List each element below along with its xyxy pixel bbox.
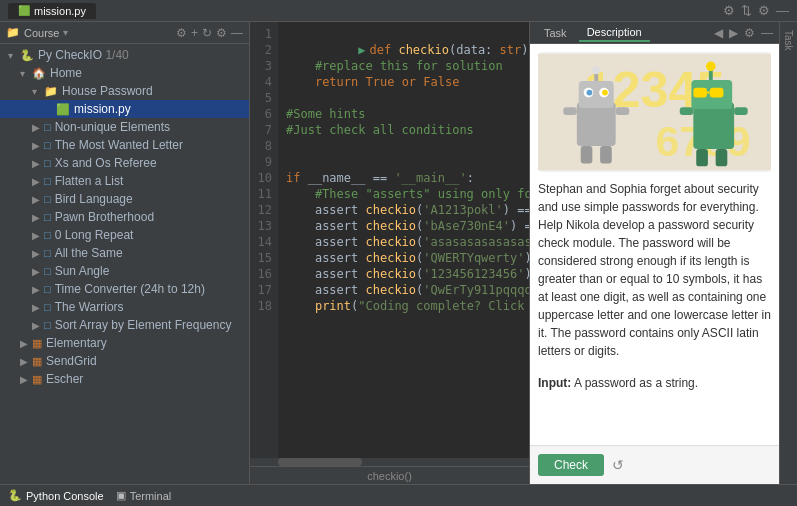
scrollbar-thumb[interactable] [278,458,362,466]
editor-footer: checkio() [250,466,529,484]
back-icon[interactable]: ◀ [714,26,723,40]
code-line-17: assert checkio('QwErTy911pqqqq') == T [286,282,521,298]
gear-icon[interactable]: ⚙ [758,3,770,18]
code-line-16: assert checkio('123456123456') == Fals [286,266,521,282]
tree-long-repeat[interactable]: ▶ □ 0 Long Repeat [0,226,249,244]
tree-xs-os[interactable]: ▶ □ Xs and Os Referee [0,154,249,172]
python-icon: 🐍 [8,489,22,502]
add-icon[interactable]: + [191,26,198,40]
mission-py-label: mission.py [74,102,131,116]
tree-sendgrid[interactable]: ▶ ▦ SendGrid [0,352,249,370]
project-header: 📁 Course ▾ ⚙ + ↻ ⚙ — [0,22,249,44]
refresh-icon[interactable]: ↺ [612,457,624,473]
task-header-right: ◀ ▶ ⚙ — [714,26,773,40]
elementary-label: Elementary [46,336,107,350]
close-icon[interactable]: — [776,3,789,18]
root-label: Py CheckIO 1/40 [38,48,129,62]
mission-py-tab[interactable]: 🟩 mission.py [8,3,96,19]
item-icon: □ [44,121,51,133]
sync-icon[interactable]: ↻ [202,26,212,40]
python-console-tab[interactable]: 🐍 Python Console [8,489,104,502]
tree-root[interactable]: ▾ 🐍 Py CheckIO 1/40 [0,46,249,64]
item-icon9: □ [44,265,51,277]
task-panel: Task Description ◀ ▶ ⚙ — 12345 6789 [529,22,779,484]
editor-scrollbar[interactable] [250,458,529,466]
terminal-label: Terminal [130,490,172,502]
svg-rect-15 [693,102,734,149]
description-text: Stephan and Sophia forget about security… [538,182,771,358]
input-label: Input: [538,376,571,390]
code-line-4: return True or False [286,74,521,90]
tree-mission-py[interactable]: 🟩 mission.py [0,100,249,118]
side-tab-task[interactable]: Task [781,26,796,55]
py-icon: 🐍 [20,49,34,62]
tree-flatten[interactable]: ▶ □ Flatten a List [0,172,249,190]
project-folder-icon: 📁 [6,26,20,39]
close3-icon[interactable]: — [761,26,773,40]
item-icon4: □ [44,175,51,187]
tree-sun[interactable]: ▶ □ Sun Angle [0,262,249,280]
svg-rect-24 [696,149,708,166]
house-password-label: House Password [62,84,153,98]
bird-label: Bird Language [55,192,133,206]
module-icon3: ▦ [32,373,42,386]
py-file-icon: 🟩 [18,5,30,16]
terminal-tab[interactable]: ▣ Terminal [116,489,172,502]
main-area: 📁 Course ▾ ⚙ + ↻ ⚙ — ▾ 🐍 Py CheckIO 1/40 [0,22,797,484]
svg-rect-3 [577,102,616,146]
tree-most-wanted[interactable]: ▶ □ The Most Wanted Letter [0,136,249,154]
settings-icon[interactable]: ⚙ [176,26,187,40]
time-label: Time Converter (24h to 12h) [55,282,205,296]
tab-task[interactable]: Task [536,25,575,41]
check-button[interactable]: Check [538,454,604,476]
tab-description[interactable]: Description [579,24,650,42]
tree-house-password[interactable]: ▾ 📁 House Password [0,82,249,100]
svg-rect-17 [693,88,707,98]
task-body: 12345 6789 [530,44,779,445]
home-folder-icon: 🏠 [32,67,46,80]
tree-elementary[interactable]: ▶ ▦ Elementary [0,334,249,352]
tree-time[interactable]: ▶ □ Time Converter (24h to 12h) [0,280,249,298]
tree-all-same[interactable]: ▶ □ All the Same [0,244,249,262]
code-area[interactable]: ▶def checkio(data: str) -> bool: #replac… [278,22,529,458]
split-icon[interactable]: ⇅ [741,3,752,18]
tree-pawn[interactable]: ▶ □ Pawn Brotherhood [0,208,249,226]
module-icon1: ▦ [32,337,42,350]
code-line-5 [286,90,521,106]
tree-home[interactable]: ▾ 🏠 Home [0,64,249,82]
tree-non-unique[interactable]: ▶ □ Non-unique Elements [0,118,249,136]
task-input: Input: A password as a string. [538,374,771,392]
tree-warriors[interactable]: ▶ □ The Warriors [0,298,249,316]
editor-panel: 12345 678910 1112131415 161718 ▶def chec… [250,22,529,484]
code-line-10: if __name__ == '__main__': [286,170,521,186]
close2-icon[interactable]: — [231,26,243,40]
tree-sort-array[interactable]: ▶ □ Sort Array by Element Frequency [0,316,249,334]
item-label: Non-unique Elements [55,120,170,134]
footer-label: checkio() [367,470,412,482]
warriors-label: The Warriors [55,300,124,314]
code-line-12: assert checkio('A1213pokl') == False, [286,202,521,218]
project-header-icons: ⚙ + ↻ ⚙ — [176,26,243,40]
svg-point-7 [587,90,593,96]
input-text-value: A password as a string. [574,376,698,390]
svg-rect-18 [710,88,724,98]
bottom-bar: 🐍 Python Console ▣ Terminal [0,484,797,506]
item-icon7: □ [44,229,51,241]
top-bar: 🟩 mission.py ⚙ ⇅ ⚙ — [0,0,797,22]
tree-bird[interactable]: ▶ □ Bird Language [0,190,249,208]
illustration-svg: 12345 6789 [538,52,771,172]
task-header: Task Description ◀ ▶ ⚙ — [530,22,779,44]
gear2-icon[interactable]: ⚙ [216,26,227,40]
tree-escher[interactable]: ▶ ▦ Escher [0,370,249,388]
settings3-icon[interactable]: ⚙ [744,26,755,40]
line-numbers: 12345 678910 1112131415 161718 [250,22,278,458]
tab-bar: 🟩 mission.py [8,3,96,19]
editor-content[interactable]: 12345 678910 1112131415 161718 ▶def chec… [250,22,529,458]
settings-icon[interactable]: ⚙ [723,3,735,18]
forward-icon[interactable]: ▶ [729,26,738,40]
project-tree: ▾ 🐍 Py CheckIO 1/40 ▾ 🏠 Home ▾ 📁 House P… [0,44,249,484]
home-label: Home [50,66,82,80]
svg-rect-13 [581,146,593,163]
code-line-14: assert checkio('asasasasasasasas') == [286,234,521,250]
svg-rect-14 [600,146,612,163]
